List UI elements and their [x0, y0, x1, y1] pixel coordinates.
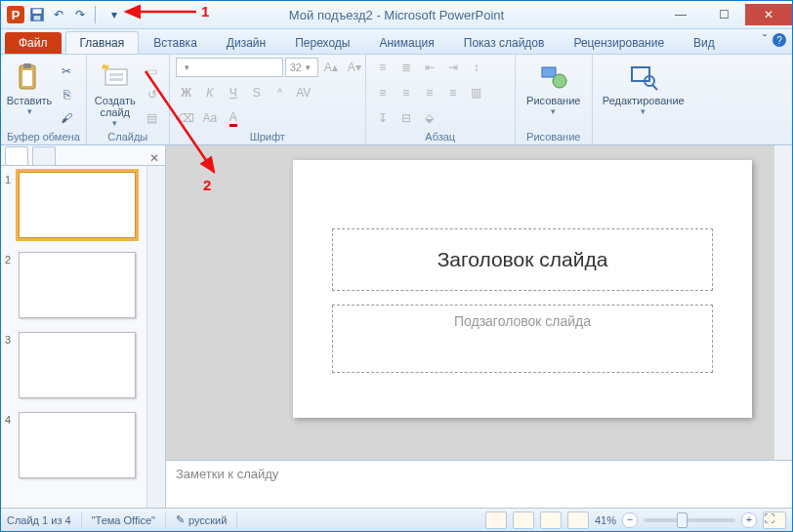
thumb-number: 1 — [5, 172, 19, 185]
thumb-scrollbar[interactable] — [146, 166, 165, 508]
fit-to-window-icon[interactable]: ⛶ — [763, 512, 786, 529]
indent-inc-icon[interactable]: ⇥ — [442, 57, 464, 78]
maximize-button[interactable]: ☐ — [702, 4, 745, 25]
italic-icon[interactable]: К — [199, 82, 221, 103]
paste-button[interactable]: Вставить ▾ — [7, 57, 52, 117]
tab-view[interactable]: Вид — [679, 31, 730, 54]
reading-view-icon[interactable] — [540, 512, 562, 529]
slide-canvas[interactable]: Заголовок слайда Подзаголовок слайда — [166, 145, 773, 460]
tab-design[interactable]: Дизайн — [212, 31, 280, 54]
align-right-icon[interactable]: ≡ — [419, 82, 440, 103]
bold-icon[interactable]: Ж — [176, 82, 197, 103]
tab-review[interactable]: Рецензирование — [559, 31, 679, 54]
strikethrough-icon[interactable]: S — [246, 82, 268, 103]
zoom-in-button[interactable]: + — [741, 512, 757, 528]
tab-animations[interactable]: Анимация — [364, 31, 448, 54]
svg-rect-6 — [105, 69, 127, 85]
grow-font-icon[interactable]: A▴ — [320, 57, 342, 78]
copy-icon[interactable]: ⎘ — [56, 84, 77, 105]
subtitle-placeholder[interactable]: Подзаголовок слайда — [332, 305, 713, 373]
thumb-row[interactable]: 4 — [5, 412, 143, 478]
cut-icon[interactable]: ✂ — [56, 61, 77, 82]
outline-pane-tab[interactable] — [32, 146, 56, 165]
drawing-button[interactable]: Рисование ▾ — [522, 57, 586, 117]
slide-thumb-1[interactable] — [19, 172, 136, 238]
clear-format-icon[interactable]: ⌫ — [176, 107, 197, 129]
char-spacing-icon[interactable]: AV — [293, 82, 314, 103]
thumb-row[interactable]: 3 — [5, 332, 143, 398]
status-slide-number[interactable]: Слайд 1 из 4 — [7, 512, 82, 528]
svg-rect-13 — [632, 67, 649, 81]
section-icon[interactable]: ▤ — [142, 107, 163, 129]
tab-home[interactable]: Главная — [65, 31, 140, 54]
indent-dec-icon[interactable]: ⇤ — [419, 57, 440, 78]
font-color-icon[interactable]: A — [223, 107, 244, 129]
reset-icon[interactable]: ↺ — [142, 84, 163, 105]
font-name-combo[interactable]: ▾ — [176, 58, 283, 77]
zoom-slider[interactable] — [644, 518, 735, 522]
text-direction-icon[interactable]: ↧ — [372, 107, 394, 129]
drawing-label: Рисование — [526, 95, 580, 106]
notes-pane[interactable]: Заметки к слайду — [166, 460, 792, 508]
slide-thumb-3[interactable] — [19, 332, 136, 398]
bullets-icon[interactable]: ≡ — [372, 57, 394, 78]
undo-icon[interactable]: ↶ — [50, 6, 67, 23]
tab-insert[interactable]: Вставка — [139, 31, 212, 54]
slideshow-view-icon[interactable] — [567, 512, 589, 529]
status-theme[interactable]: "Тема Office" — [92, 512, 166, 528]
line-spacing-icon[interactable]: ↕ — [466, 57, 487, 78]
tab-transitions[interactable]: Переходы — [280, 31, 364, 54]
zoom-out-button[interactable]: − — [622, 512, 638, 528]
help-icon[interactable]: ? — [772, 33, 786, 47]
underline-icon[interactable]: Ч — [223, 82, 244, 103]
numbering-icon[interactable]: ≣ — [396, 57, 417, 78]
align-text-icon[interactable]: ⊟ — [396, 107, 417, 129]
pane-close-icon[interactable]: ✕ — [149, 151, 159, 165]
font-size-combo[interactable]: 32▾ — [285, 58, 318, 77]
title-placeholder-text: Заголовок слайда — [438, 248, 608, 271]
columns-icon[interactable]: ▥ — [466, 82, 487, 103]
align-left-icon[interactable]: ≡ — [372, 82, 394, 103]
group-font: ▾ 32▾ A▴ A▾ Ж К Ч S ᴬ AV ⌫ Aa A — [170, 55, 366, 144]
smartart-icon[interactable]: ⬙ — [419, 107, 440, 129]
sorter-view-icon[interactable] — [513, 512, 534, 529]
title-placeholder[interactable]: Заголовок слайда — [332, 228, 713, 291]
canvas-scrollbar[interactable] — [773, 145, 792, 460]
change-case-icon[interactable]: Aa — [199, 107, 221, 129]
new-slide-button[interactable]: Создать слайд ▾ — [93, 57, 138, 129]
normal-view-icon[interactable] — [485, 512, 507, 529]
close-button[interactable]: ✕ — [745, 4, 792, 25]
slide-thumb-2[interactable] — [19, 252, 136, 318]
slides-pane-tab[interactable] — [5, 146, 28, 165]
thumb-row[interactable]: 1 — [5, 172, 143, 238]
justify-icon[interactable]: ≡ — [442, 82, 464, 103]
zoom-slider-thumb[interactable] — [677, 512, 688, 528]
app-icon[interactable]: P — [7, 6, 24, 23]
layout-icon[interactable]: ▭ — [142, 61, 163, 82]
format-painter-icon[interactable]: 🖌 — [56, 107, 77, 129]
svg-line-15 — [652, 85, 657, 90]
notes-placeholder-text: Заметки к слайду — [176, 467, 278, 481]
shrink-font-icon[interactable]: A▾ — [344, 57, 365, 78]
minimize-button[interactable]: — — [659, 4, 702, 25]
file-tab[interactable]: Файл — [5, 32, 62, 54]
ribbon-help: ˇ ? — [763, 33, 786, 47]
zoom-value[interactable]: 41% — [595, 514, 616, 526]
app-window: P ↶ ↷ ▾ Мой подъезд2 - Microsoft PowerPo… — [0, 0, 793, 532]
shadow-icon[interactable]: ᴬ — [270, 82, 291, 103]
slide[interactable]: Заголовок слайда Подзаголовок слайда — [293, 160, 752, 418]
slide-thumb-4[interactable] — [19, 412, 136, 478]
minimize-ribbon-icon[interactable]: ˇ — [763, 33, 767, 47]
status-bar: Слайд 1 из 4 "Тема Office" ✎ русский 41%… — [1, 508, 792, 531]
align-center-icon[interactable]: ≡ — [396, 82, 417, 103]
shapes-icon — [538, 61, 569, 93]
qat-customize-icon[interactable]: ▾ — [105, 6, 123, 23]
save-icon[interactable] — [28, 6, 46, 23]
thumb-row[interactable]: 2 — [5, 252, 143, 318]
editing-button[interactable]: Редактирование ▾ — [599, 57, 689, 117]
thumbnail-list[interactable]: 1 2 3 4 — [1, 166, 146, 508]
tab-slideshow[interactable]: Показ слайдов — [449, 31, 560, 54]
redo-icon[interactable]: ↷ — [71, 6, 89, 23]
status-language[interactable]: ✎ русский — [176, 512, 237, 528]
group-slides: Создать слайд ▾ ▭ ↺ ▤ Слайды — [87, 55, 170, 144]
